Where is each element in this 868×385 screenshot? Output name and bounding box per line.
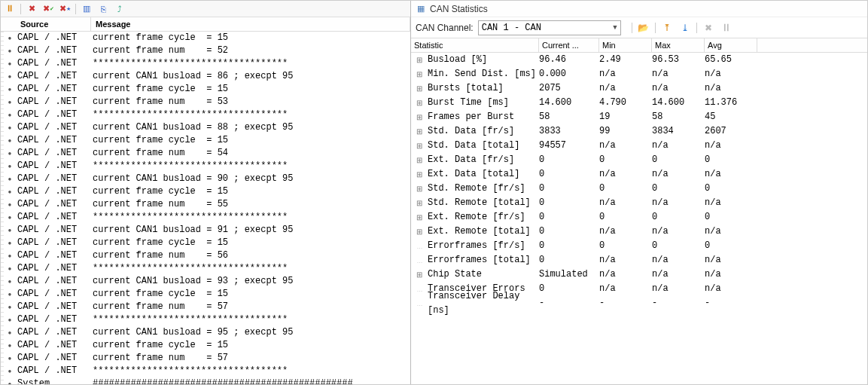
log-row[interactable]: ●CAPL / .NETcurrent frame cycle = 15 [2,32,410,44]
stat-avg: n/a [705,253,757,267]
log-message: current frame num = 53 [93,96,410,108]
expand-icon[interactable] [411,210,428,225]
expand-icon[interactable] [411,53,428,67]
stats-window-icon: ▦ [416,4,426,14]
log-row[interactable]: ●CAPL / .NET****************************… [2,160,410,173]
bullet-icon: ● [2,211,17,224]
expand-icon[interactable] [411,67,428,81]
log-row[interactable]: ●CAPL / .NETcurrent frame num = 53 [2,96,410,108]
export-icon[interactable]: ⤴ [114,3,126,15]
log-row[interactable]: ●CAPL / .NETcurrent CAN1 busload = 90 ; … [2,173,410,185]
log-row[interactable]: ●CAPL / .NETcurrent frame num = 56 [2,249,410,262]
log-row[interactable]: ●CAPL / .NETcurrent frame num = 55 [2,198,410,211]
stat-row[interactable]: Std. Data [total]94557n/an/an/a [411,139,867,153]
stat-row[interactable]: Ext. Data [total]0n/an/an/a [411,167,867,182]
log-row[interactable]: ●CAPL / .NETcurrent frame num = 57 [2,352,410,365]
expand-icon[interactable] [411,81,428,96]
expand-icon[interactable] [411,196,428,210]
stat-row[interactable]: Chip StateSimulatedn/an/an/a [411,267,867,282]
stat-row[interactable]: Min. Send Dist. [ms]0.000n/an/an/a [411,67,867,81]
log-row[interactable]: ●CAPL / .NETcurrent CAN1 busload = 95 ; … [2,326,410,339]
stats-body[interactable]: Busload [%]96.462.4996.5365.65Min. Send … [411,53,867,384]
clear-checked-icon[interactable]: ✖✔ [42,3,54,15]
log-row[interactable]: ●CAPL / .NETcurrent CAN1 busload = 88 ; … [2,121,410,134]
expand-icon[interactable] [411,139,428,153]
stat-row[interactable]: Burst Time [ms]14.6004.79014.60011.376 [411,96,867,110]
expand-icon[interactable] [411,124,428,139]
expand-down-icon[interactable]: ⤓ [678,21,692,35]
bullet-icon: ● [2,160,17,173]
stat-min: n/a [599,225,652,239]
stat-row[interactable]: Frames per Burst58195845 [411,110,867,124]
log-row[interactable]: ●CAPL / .NETcurrent CAN1 busload = 93 ; … [2,275,410,288]
header-current[interactable]: Current ... [539,38,599,52]
log-row[interactable]: ●CAPL / .NETcurrent CAN1 busload = 86 ; … [2,70,410,83]
header-min[interactable]: Min [599,38,652,52]
bullet-icon: ● [2,339,17,352]
clear-icon[interactable]: ✖ [26,3,38,15]
bullet-icon: ● [2,185,17,198]
pause-icon[interactable]: ⅠⅠ [4,3,16,15]
stat-row[interactable]: Bursts [total]2075n/an/an/a [411,81,867,96]
header-statistic[interactable]: Statistic [411,38,539,52]
log-row[interactable]: ●CAPL / .NETcurrent CAN1 busload = 91 ; … [2,224,410,237]
log-row[interactable]: ●CAPL / .NETcurrent frame cycle = 15 [2,288,410,301]
log-row[interactable]: ●CAPL / .NETcurrent frame num = 54 [2,147,410,160]
expand-icon[interactable] [411,110,428,124]
stat-row[interactable]: Ext. Remote [total]0n/an/an/a [411,225,867,239]
log-row[interactable]: ●CAPL / .NET****************************… [2,262,410,275]
expand-icon[interactable] [411,153,428,167]
stat-row[interactable]: Errorframes [total]0n/an/an/a [411,253,867,267]
collapse-up-icon[interactable]: ⤒ [660,21,674,35]
channel-select[interactable]: CAN 1 - CAN ▼ [478,20,621,35]
log-source: System [17,377,93,384]
stat-row[interactable]: Transceiver Delay [ns]---- [411,296,867,310]
log-source: CAPL / .NET [17,83,93,96]
log-row[interactable]: ●CAPL / .NETcurrent frame cycle = 15 [2,185,410,198]
stat-row[interactable]: Std. Remote [fr/s]0000 [411,182,867,196]
stat-current: 0 [539,239,599,253]
stat-row[interactable]: Ext. Data [fr/s]0000 [411,153,867,167]
expand-icon[interactable] [411,182,428,196]
log-row[interactable]: ●CAPL / .NETcurrent frame cycle = 15 [2,134,410,147]
clear-all-icon[interactable]: ✖★ [59,3,71,15]
folder-open-icon[interactable]: 📂 [637,21,650,35]
expand-icon[interactable] [411,96,428,110]
log-row[interactable]: ●CAPL / .NET****************************… [2,365,410,377]
log-row[interactable]: ●CAPL / .NET****************************… [2,211,410,224]
stat-row[interactable]: Std. Data [fr/s]38339938342607 [411,124,867,139]
log-row[interactable]: ●System#################################… [2,377,410,384]
stat-max: n/a [652,81,705,96]
log-row[interactable]: ●CAPL / .NETcurrent frame num = 52 [2,44,410,57]
header-max[interactable]: Max [652,38,705,52]
stat-row[interactable]: Errorframes [fr/s]0000 [411,239,867,253]
log-row[interactable]: ●CAPL / .NET****************************… [2,313,410,326]
log-row[interactable]: ●CAPL / .NETcurrent frame cycle = 15 [2,237,410,249]
expand-icon[interactable] [411,267,428,282]
log-row[interactable]: ●CAPL / .NETcurrent frame cycle = 15 [2,83,410,96]
log-source: CAPL / .NET [17,96,93,108]
channel-value: CAN 1 - CAN [482,23,541,33]
stat-min: n/a [599,253,652,267]
header-source[interactable]: Source [16,17,91,31]
header-avg[interactable]: Avg [705,38,757,52]
stat-row[interactable]: Std. Remote [total]0n/an/an/a [411,196,867,210]
stat-avg: n/a [705,81,757,96]
log-source: CAPL / .NET [17,147,93,160]
copy-icon[interactable]: ⎘ [97,3,109,15]
log-row[interactable]: ●CAPL / .NETcurrent frame cycle = 15 [2,339,410,352]
expand-icon[interactable] [411,225,428,239]
columns-icon[interactable]: ▥ [81,3,93,15]
stat-name: Ext. Remote [total] [428,225,539,239]
expand-icon[interactable] [411,167,428,182]
log-row[interactable]: ●CAPL / .NETcurrent frame num = 57 [2,301,410,313]
log-body[interactable]: ●CAPL / .NETcurrent frame cycle = 15●CAP… [1,32,410,384]
tree-leaf-icon [411,239,428,254]
stat-row[interactable]: Ext. Remote [fr/s]0000 [411,210,867,225]
stat-min: n/a [599,196,652,210]
log-row[interactable]: ●CAPL / .NET****************************… [2,57,410,70]
stat-row[interactable]: Busload [%]96.462.4996.5365.65 [411,53,867,67]
stat-name: Chip State [428,267,539,282]
header-message[interactable]: Message [91,17,410,31]
log-row[interactable]: ●CAPL / .NET****************************… [2,108,410,121]
